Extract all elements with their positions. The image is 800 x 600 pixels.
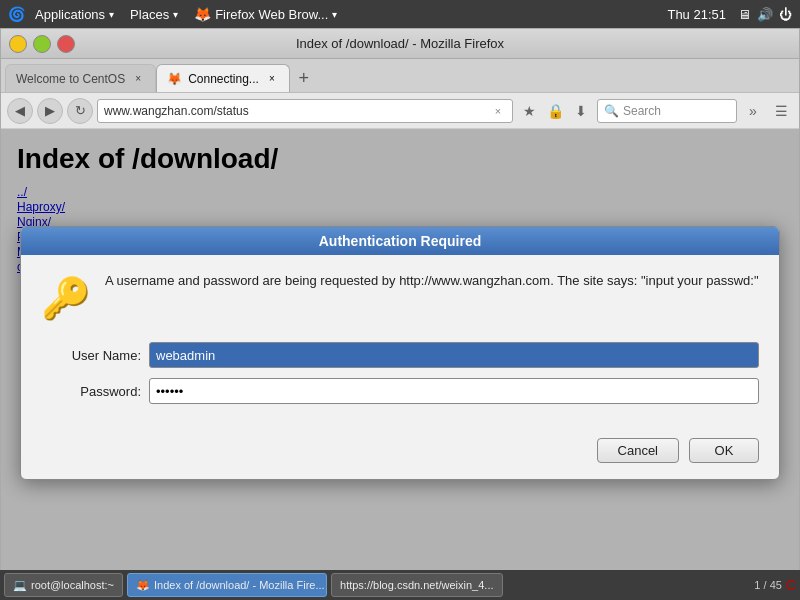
password-label: Password: [41,384,141,399]
dialog-buttons: Cancel OK [21,430,779,479]
terminal-label: root@localhost:~ [31,579,114,591]
tab-close-connecting[interactable]: × [265,72,279,86]
firefox-window: Index of /download/ - Mozilla Firefox We… [0,28,800,600]
tab-label-welcome: Welcome to CentOS [16,72,125,86]
username-row: User Name: [41,342,759,368]
maximize-button[interactable] [33,35,51,53]
new-tab-button[interactable]: + [290,64,318,92]
window-controls [9,35,75,53]
url-text: www.wangzhan.com/status [104,104,490,118]
csdn-logo-icon: C [786,577,796,593]
bookmark-icon[interactable]: ★ [517,99,541,123]
os-taskbar: 💻 root@localhost:~ 🦊 Index of /download/… [0,570,800,600]
apps-chevron-icon: ▾ [109,9,114,20]
pocket-icon[interactable]: ⬇ [569,99,593,123]
dialog-message: A username and password are being reques… [105,271,759,291]
url-bar[interactable]: www.wangzhan.com/status × [97,99,513,123]
username-input[interactable] [149,342,759,368]
taskbar-browser-icon: 🦊 [136,579,150,592]
tab-bar: Welcome to CentOS × 🦊 Connecting... × + [1,59,799,93]
key-icon: 🔑 [41,275,91,322]
cancel-button[interactable]: Cancel [597,438,679,463]
places-menu[interactable]: Places ▾ [124,5,184,24]
tab-connecting[interactable]: 🦊 Connecting... × [156,64,290,92]
browser-menu[interactable]: 🦊 Firefox Web Brow... ▾ [188,4,663,24]
dialog-title: Authentication Required [21,227,779,255]
more-tools-icon[interactable]: » [741,99,765,123]
password-input[interactable] [149,378,759,404]
taskbar-csdn[interactable]: https://blog.csdn.net/weixin_4... [331,573,502,597]
page-number: 1 / 45 [754,579,782,591]
sys-icons: 🖥 🔊 ⏻ [738,7,792,22]
window-title: Index of /download/ - Mozilla Firefox [75,36,725,51]
nav-icons: ★ 🔒 ⬇ [517,99,593,123]
search-placeholder: Search [623,104,661,118]
os-topbar: 🌀 Applications ▾ Places ▾ 🦊 Firefox Web … [0,0,800,28]
modal-overlay: Authentication Required 🔑 A username and… [1,129,799,577]
minimize-button[interactable] [9,35,27,53]
volume-icon[interactable]: 🔊 [757,7,773,22]
back-button[interactable]: ◀ [7,98,33,124]
screen-icon[interactable]: 🖥 [738,7,751,22]
taskbar-terminal[interactable]: 💻 root@localhost:~ [4,573,123,597]
password-row: Password: [41,378,759,404]
taskbar-browser-label: Index of /download/ - Mozilla Fire... [154,579,325,591]
clock: Thu 21:51 [667,7,726,22]
nav-bar: ◀ ▶ ↻ www.wangzhan.com/status × ★ 🔒 ⬇ 🔍 … [1,93,799,129]
places-label: Places [130,7,169,22]
places-chevron-icon: ▾ [173,9,178,20]
taskbar-right: 1 / 45 C [754,577,796,593]
search-icon: 🔍 [604,104,619,118]
tab-welcome[interactable]: Welcome to CentOS × [5,64,156,92]
power-icon[interactable]: ⏻ [779,7,792,22]
applications-label: Applications [35,7,105,22]
ok-button[interactable]: OK [689,438,759,463]
auth-dialog: Authentication Required 🔑 A username and… [20,226,780,480]
title-bar: Index of /download/ - Mozilla Firefox [1,29,799,59]
browser-chevron-icon: ▾ [332,9,337,20]
forward-button[interactable]: ▶ [37,98,63,124]
auth-form: User Name: Password: [21,338,779,430]
reload-button[interactable]: ↻ [67,98,93,124]
close-button[interactable] [57,35,75,53]
dialog-body: 🔑 A username and password are being requ… [21,255,779,338]
terminal-icon: 💻 [13,579,27,592]
taskbar-csdn-label: https://blog.csdn.net/weixin_4... [340,579,493,591]
username-label: User Name: [41,348,141,363]
applications-menu[interactable]: Applications ▾ [29,5,120,24]
search-bar[interactable]: 🔍 Search [597,99,737,123]
url-clear-button[interactable]: × [490,103,506,119]
lock-icon[interactable]: 🔒 [543,99,567,123]
taskbar-browser[interactable]: 🦊 Index of /download/ - Mozilla Fire... [127,573,327,597]
tab-close-welcome[interactable]: × [131,72,145,86]
page-content: Index of /download/ ../ Haproxy/ Nginx/ … [1,129,799,577]
browser-menu-label: Firefox Web Brow... [215,7,328,22]
tab-label-connecting: Connecting... [188,72,259,86]
menu-icon[interactable]: ☰ [769,99,793,123]
